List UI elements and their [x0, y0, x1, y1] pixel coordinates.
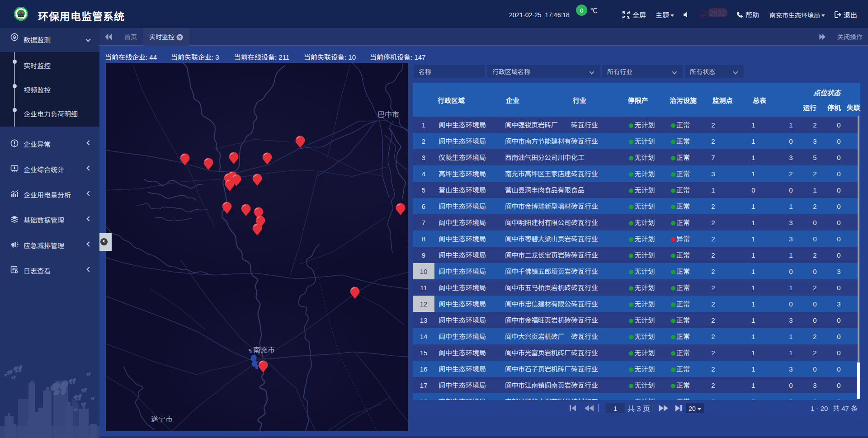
svg-text:巴中市: 巴中市	[377, 108, 399, 119]
svg-text:遂宁市: 遂宁市	[151, 413, 173, 424]
svg-text:南充市: 南充市	[253, 344, 275, 355]
